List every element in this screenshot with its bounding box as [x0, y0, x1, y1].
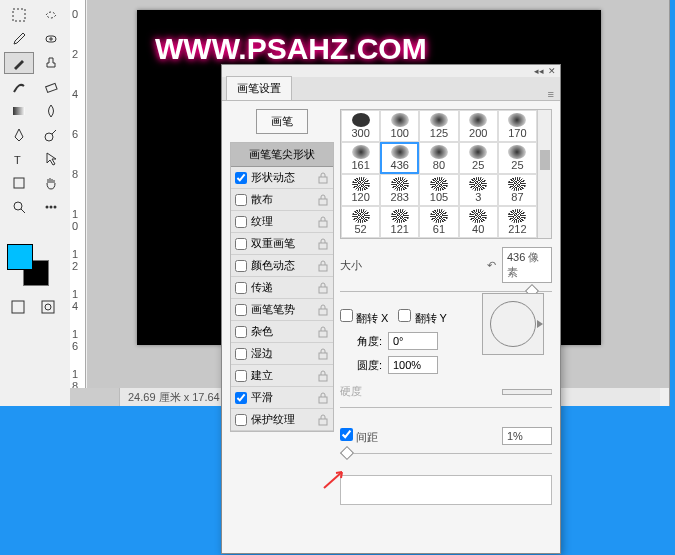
quickmask-mode-icon[interactable] [35, 296, 61, 318]
brush-preset-3[interactable]: 200 [459, 110, 498, 142]
brush-grid-scrollbar[interactable] [537, 110, 551, 238]
lock-icon[interactable] [317, 348, 329, 360]
brush-option-5[interactable]: 传递 [231, 277, 333, 299]
svg-rect-15 [319, 199, 327, 205]
angle-input[interactable]: 0° [388, 332, 438, 350]
brush-option-6[interactable]: 画笔笔势 [231, 299, 333, 321]
blur-tool[interactable] [36, 100, 66, 122]
brush-option-9[interactable]: 建立 [231, 365, 333, 387]
marquee-rect-tool[interactable] [4, 4, 34, 26]
hand-tool[interactable] [36, 172, 66, 194]
pen-tool[interactable] [4, 124, 34, 146]
brushes-button[interactable]: 画笔 [256, 109, 308, 134]
brush-option-2[interactable]: 纹理 [231, 211, 333, 233]
brush-preset-17[interactable]: 61 [419, 206, 458, 238]
brush-size-label: 52 [354, 223, 366, 235]
brush-option-7[interactable]: 杂色 [231, 321, 333, 343]
dodge-tool[interactable] [36, 124, 66, 146]
lock-icon[interactable] [317, 326, 329, 338]
lock-icon[interactable] [317, 238, 329, 250]
lock-icon[interactable] [317, 414, 329, 426]
lock-icon[interactable] [317, 216, 329, 228]
type-tool[interactable]: T [4, 148, 34, 170]
brush-thumb-icon [469, 209, 487, 223]
option-checkbox[interactable] [235, 194, 247, 206]
zoom-tool[interactable] [4, 196, 34, 218]
lock-icon[interactable] [317, 370, 329, 382]
angle-dial[interactable] [482, 293, 544, 355]
close-icon[interactable]: ✕ [548, 66, 556, 76]
brush-preset-8[interactable]: 25 [459, 142, 498, 174]
flip-x-checkbox[interactable]: 翻转 X [340, 309, 388, 326]
option-checkbox[interactable] [235, 216, 247, 228]
brush-option-4[interactable]: 颜色动态 [231, 255, 333, 277]
brush-preset-1[interactable]: 100 [380, 110, 419, 142]
history-brush-tool[interactable] [4, 76, 34, 98]
gradient-tool[interactable] [4, 100, 34, 122]
brush-preset-13[interactable]: 3 [459, 174, 498, 206]
standard-mode-icon[interactable] [5, 296, 31, 318]
brush-preset-2[interactable]: 125 [419, 110, 458, 142]
option-checkbox[interactable] [235, 238, 247, 250]
brush-option-8[interactable]: 湿边 [231, 343, 333, 365]
lasso-tool[interactable] [36, 4, 66, 26]
brush-preset-9[interactable]: 25 [498, 142, 537, 174]
brush-option-0[interactable]: 形状动态 [231, 167, 333, 189]
brush-thumb-icon [391, 145, 409, 159]
option-checkbox[interactable] [235, 326, 247, 338]
spacing-input[interactable]: 1% [502, 427, 552, 445]
option-checkbox[interactable] [235, 304, 247, 316]
collapse-icon[interactable]: ◂◂ [534, 66, 544, 76]
spacing-checkbox[interactable]: 间距 [340, 428, 378, 445]
lock-icon[interactable] [317, 260, 329, 272]
brush-preset-4[interactable]: 170 [498, 110, 537, 142]
option-checkbox[interactable] [235, 414, 247, 426]
lock-icon[interactable] [317, 304, 329, 316]
reset-size-icon[interactable]: ↶ [487, 259, 496, 272]
svg-rect-18 [319, 265, 327, 271]
brush-tip-shape-header[interactable]: 画笔笔尖形状 [231, 143, 333, 167]
spacing-slider[interactable] [340, 447, 552, 461]
tab-brush-settings[interactable]: 画笔设置 [226, 76, 292, 100]
lock-icon[interactable] [317, 194, 329, 206]
brush-preset-10[interactable]: 120 [341, 174, 380, 206]
panel-menu-icon[interactable]: ≡ [548, 88, 554, 100]
brush-preset-16[interactable]: 121 [380, 206, 419, 238]
roundness-input[interactable]: 100% [388, 356, 438, 374]
shape-tool[interactable] [4, 172, 34, 194]
eyedropper-tool[interactable] [4, 28, 34, 50]
brush-preset-5[interactable]: 161 [341, 142, 380, 174]
brush-option-11[interactable]: 保护纹理 [231, 409, 333, 431]
stamp-tool[interactable] [36, 52, 66, 74]
size-input[interactable]: 436 像素 [502, 247, 552, 283]
foreground-color[interactable] [7, 244, 33, 270]
lock-icon[interactable] [317, 282, 329, 294]
path-select-tool[interactable] [36, 148, 66, 170]
brush-preset-11[interactable]: 283 [380, 174, 419, 206]
option-checkbox[interactable] [235, 282, 247, 294]
option-checkbox[interactable] [235, 172, 247, 184]
brush-preset-18[interactable]: 40 [459, 206, 498, 238]
brush-preset-15[interactable]: 52 [341, 206, 380, 238]
option-checkbox[interactable] [235, 370, 247, 382]
more-tool[interactable] [36, 196, 66, 218]
brush-option-1[interactable]: 散布 [231, 189, 333, 211]
brush-preset-6[interactable]: 436 [380, 142, 419, 174]
brush-preset-7[interactable]: 80 [419, 142, 458, 174]
healing-tool[interactable] [36, 28, 66, 50]
brush-preset-19[interactable]: 212 [498, 206, 537, 238]
brush-preset-0[interactable]: 300 [341, 110, 380, 142]
brush-option-10[interactable]: 平滑 [231, 387, 333, 409]
brush-tool[interactable] [4, 52, 34, 74]
option-checkbox[interactable] [235, 260, 247, 272]
eraser-tool[interactable] [36, 76, 66, 98]
option-checkbox[interactable] [235, 348, 247, 360]
brush-preset-12[interactable]: 105 [419, 174, 458, 206]
lock-icon[interactable] [317, 172, 329, 184]
option-checkbox[interactable] [235, 392, 247, 404]
brush-preset-14[interactable]: 87 [498, 174, 537, 206]
flip-y-checkbox[interactable]: 翻转 Y [398, 309, 446, 326]
lock-icon[interactable] [317, 392, 329, 404]
svg-rect-12 [42, 301, 54, 313]
brush-option-3[interactable]: 双重画笔 [231, 233, 333, 255]
